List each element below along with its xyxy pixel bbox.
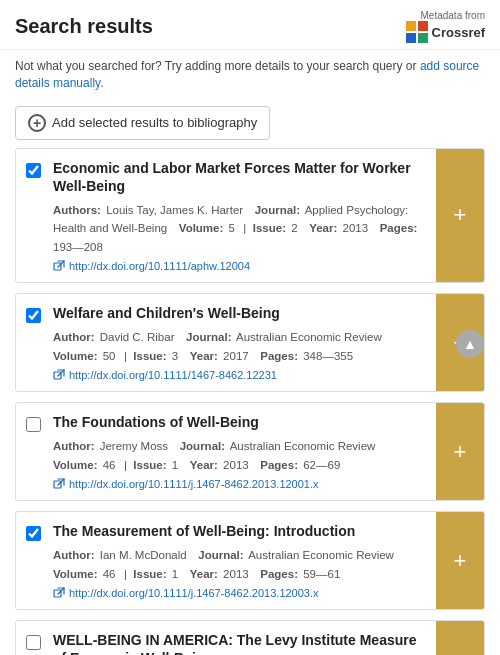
external-link-icon	[53, 260, 65, 272]
add-result-button-4[interactable]: +	[436, 512, 484, 609]
result-item-5: WELL-BEING IN AMERICA: The Levy Institut…	[15, 620, 485, 655]
results-list: Economic and Labor Market Forces Matter …	[0, 148, 500, 655]
add-result-button-5[interactable]: +	[436, 621, 484, 655]
result-content-5: WELL-BEING IN AMERICA: The Levy Institut…	[49, 621, 436, 655]
plus-circle-icon: +	[28, 114, 46, 132]
result-meta-1: Authors: Louis Tay, James K. Harter Jour…	[53, 201, 428, 256]
external-link-icon	[53, 587, 65, 599]
result-item-3: The Foundations of Well-Being Author: Je…	[15, 402, 485, 501]
result-item-1: Economic and Labor Market Forces Matter …	[15, 148, 485, 284]
add-result-button-1[interactable]: +	[436, 149, 484, 283]
doi-link-2[interactable]: http://dx.doi.org/10.1111/1467-8462.1223…	[69, 369, 277, 381]
result-doi-3: http://dx.doi.org/10.1111/j.1467-8462.20…	[53, 478, 428, 490]
result-item-4: The Measurement of Well-Being: Introduct…	[15, 511, 485, 610]
result-meta-2: Author: David C. Ribar Journal: Australi…	[53, 328, 428, 365]
crossref-badge: Metadata from Crossref	[406, 10, 485, 43]
result-title-2: Welfare and Children's Well-Being	[53, 304, 428, 322]
result-content-4: The Measurement of Well-Being: Introduct…	[49, 512, 436, 609]
add-result-button-3[interactable]: +	[436, 403, 484, 500]
result-meta-3: Author: Jeremy Moss Journal: Australian …	[53, 437, 428, 474]
external-link-icon	[53, 369, 65, 381]
result-checkbox-2[interactable]	[16, 294, 49, 391]
subheader-text: Not what you searched for? Try adding mo…	[0, 50, 500, 100]
result-checkbox-1[interactable]	[16, 149, 49, 283]
result-doi-4: http://dx.doi.org/10.1111/j.1467-8462.20…	[53, 587, 428, 599]
result-doi-1: http://dx.doi.org/10.1111/aphw.12004	[53, 260, 428, 272]
checkbox-r4[interactable]	[26, 526, 41, 541]
add-selected-label: Add selected results to bibliography	[52, 115, 257, 130]
result-item-2: Welfare and Children's Well-Being Author…	[15, 293, 485, 392]
result-checkbox-4[interactable]	[16, 512, 49, 609]
checkbox-r3[interactable]	[26, 417, 41, 432]
crossref-icon	[406, 21, 428, 43]
doi-link-4[interactable]: http://dx.doi.org/10.1111/j.1467-8462.20…	[69, 587, 319, 599]
svg-rect-0	[54, 263, 61, 270]
result-content-3: The Foundations of Well-Being Author: Je…	[49, 403, 436, 500]
page-title: Search results	[15, 15, 153, 38]
page-header: Search results Metadata from Crossref	[0, 0, 500, 50]
doi-link-3[interactable]: http://dx.doi.org/10.1111/j.1467-8462.20…	[69, 478, 319, 490]
result-title-1: Economic and Labor Market Forces Matter …	[53, 159, 428, 195]
result-meta-4: Author: Ian M. McDonald Journal: Austral…	[53, 546, 428, 583]
svg-rect-4	[54, 481, 61, 488]
checkbox-r1[interactable]	[26, 163, 41, 178]
svg-rect-2	[54, 372, 61, 379]
crossref-logo: Crossref	[406, 21, 485, 43]
result-checkbox-5[interactable]	[16, 621, 49, 655]
checkbox-r2[interactable]	[26, 308, 41, 323]
crossref-label: Metadata from	[421, 10, 485, 21]
doi-link-1[interactable]: http://dx.doi.org/10.1111/aphw.12004	[69, 260, 250, 272]
result-title-5: WELL-BEING IN AMERICA: The Levy Institut…	[53, 631, 428, 655]
result-checkbox-3[interactable]	[16, 403, 49, 500]
add-selected-button[interactable]: + Add selected results to bibliography	[15, 106, 270, 140]
svg-rect-6	[54, 590, 61, 597]
crossref-name: Crossref	[432, 25, 485, 40]
result-title-4: The Measurement of Well-Being: Introduct…	[53, 522, 428, 540]
checkbox-r5[interactable]	[26, 635, 41, 650]
scroll-up-button[interactable]: ▲	[456, 330, 484, 358]
result-content-1: Economic and Labor Market Forces Matter …	[49, 149, 436, 283]
result-content-2: Welfare and Children's Well-Being Author…	[49, 294, 436, 391]
result-title-3: The Foundations of Well-Being	[53, 413, 428, 431]
external-link-icon	[53, 478, 65, 490]
result-doi-2: http://dx.doi.org/10.1111/1467-8462.1223…	[53, 369, 428, 381]
